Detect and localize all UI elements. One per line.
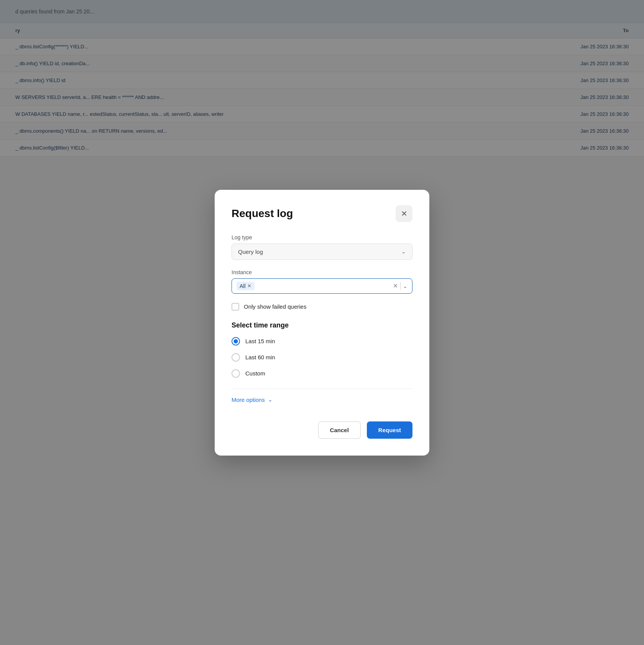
more-options-label: More options — [232, 397, 265, 403]
time-range-options: Last 15 min Last 60 min Custom — [232, 337, 412, 378]
log-type-field: Log type Query log ⌄ — [232, 234, 412, 260]
modal-title: Request log — [232, 207, 293, 220]
radio-60min[interactable] — [232, 353, 240, 362]
log-type-select[interactable]: Query log ⌄ — [232, 244, 412, 260]
radio-custom[interactable] — [232, 369, 240, 378]
log-type-chevron-icon: ⌄ — [401, 248, 406, 255]
more-options-toggle[interactable]: More options ⌄ — [232, 397, 412, 403]
instance-tag-remove-icon[interactable]: ✕ — [247, 283, 251, 288]
radio-label-15min: Last 15 min — [245, 338, 275, 344]
only-failed-row: Only show failed queries — [232, 303, 412, 311]
instance-clear-icon[interactable]: ✕ — [393, 282, 398, 290]
radio-row[interactable]: Last 15 min — [232, 337, 412, 346]
section-divider — [232, 388, 412, 389]
time-range-section: Select time range Last 15 min Last 60 mi… — [232, 321, 412, 378]
radio-row[interactable]: Last 60 min — [232, 353, 412, 362]
only-failed-checkbox[interactable] — [232, 303, 239, 311]
modal-header: Request log ✕ — [232, 205, 412, 222]
modal-overlay: Request log ✕ Log type Query log ⌄ Insta… — [0, 0, 644, 645]
request-button[interactable]: Request — [367, 421, 412, 439]
modal-footer: Cancel Request — [232, 421, 412, 439]
log-type-label: Log type — [232, 234, 412, 240]
close-button[interactable]: ✕ — [396, 205, 412, 222]
radio-15min[interactable] — [232, 337, 240, 346]
more-options-chevron-icon: ⌄ — [268, 397, 273, 403]
instance-field: Instance All ✕ ✕ ⌄ — [232, 269, 412, 294]
only-failed-label: Only show failed queries — [244, 303, 306, 310]
radio-label-custom: Custom — [245, 370, 265, 377]
request-log-modal: Request log ✕ Log type Query log ⌄ Insta… — [215, 190, 429, 456]
close-icon: ✕ — [401, 209, 407, 218]
instance-select[interactable]: All ✕ ✕ ⌄ — [232, 278, 412, 294]
instance-controls: ✕ ⌄ — [393, 282, 407, 290]
cancel-button[interactable]: Cancel — [318, 421, 361, 439]
instance-divider — [400, 282, 401, 290]
instance-chevron-icon[interactable]: ⌄ — [403, 283, 407, 289]
radio-row[interactable]: Custom — [232, 369, 412, 378]
time-range-title: Select time range — [232, 321, 412, 329]
instance-tag: All ✕ — [237, 282, 255, 290]
radio-label-60min: Last 60 min — [245, 354, 275, 360]
instance-label: Instance — [232, 269, 412, 275]
log-type-value: Query log — [238, 248, 263, 255]
instance-tag-text: All — [240, 283, 246, 289]
